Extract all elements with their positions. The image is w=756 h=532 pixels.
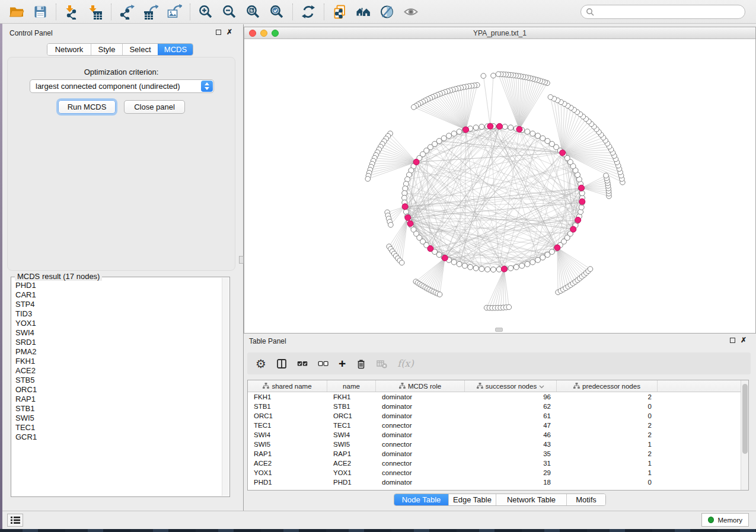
mcds-node[interactable] — [575, 217, 581, 223]
network-canvas[interactable] — [244, 39, 755, 333]
export-table-button[interactable] — [139, 2, 162, 21]
refresh-layout-button[interactable] — [296, 2, 320, 21]
table-row[interactable]: STB1STB1dominator620 — [248, 402, 741, 411]
mcds-node[interactable] — [402, 204, 408, 210]
network-node[interactable] — [604, 173, 609, 178]
table-scrollbar[interactable] — [741, 380, 748, 490]
mcds-node[interactable] — [554, 245, 560, 251]
mcds-node[interactable] — [560, 150, 566, 156]
network-node[interactable] — [491, 73, 496, 78]
network-node[interactable] — [436, 252, 442, 258]
table-row[interactable]: ACE2ACE2connector311 — [248, 459, 741, 468]
save-session-button[interactable] — [28, 2, 52, 21]
close-panel-button[interactable]: Close panel — [124, 100, 185, 114]
export-image-button[interactable] — [162, 2, 186, 21]
table-settings-button[interactable]: ⚙ — [256, 358, 266, 370]
tab-node-table[interactable]: Node Table — [394, 494, 448, 505]
table-row[interactable]: FKH1FKH1dominator962 — [248, 392, 741, 402]
column-header-shared-name[interactable]: shared name — [248, 380, 327, 392]
mcds-node-item[interactable]: ORC1 — [12, 385, 222, 395]
mcds-node[interactable] — [497, 123, 503, 129]
network-node[interactable] — [365, 177, 371, 182]
column-header-predecessor-nodes[interactable]: predecessor nodes — [557, 380, 658, 392]
mcds-node-item[interactable]: PHD1 — [12, 281, 222, 290]
zoom-in-button[interactable] — [194, 2, 218, 21]
network-node[interactable] — [399, 260, 404, 265]
task-history-button[interactable] — [7, 514, 23, 527]
network-hscroll-thumb[interactable] — [495, 328, 503, 332]
network-node[interactable] — [481, 73, 486, 79]
column-header-name[interactable]: name — [327, 380, 376, 392]
search-box[interactable] — [580, 5, 745, 19]
mcds-node[interactable] — [463, 127, 469, 133]
network-node[interactable] — [473, 125, 479, 130]
tab-motifs[interactable]: Motifs — [566, 494, 605, 505]
network-node[interactable] — [441, 136, 446, 141]
network-node[interactable] — [525, 129, 530, 134]
table-row[interactable]: YOX1YOX1connector291 — [248, 468, 741, 477]
show-columns-button[interactable] — [276, 358, 287, 369]
mcds-node-item[interactable]: STB5 — [12, 376, 222, 385]
network-node[interactable] — [588, 267, 593, 272]
mcds-node-item[interactable]: SRD1 — [12, 338, 222, 347]
clone-network-button[interactable] — [328, 2, 352, 21]
network-node[interactable] — [525, 261, 530, 267]
mcds-node-item[interactable]: RAP1 — [12, 395, 222, 404]
network-node[interactable] — [451, 131, 457, 136]
table-row[interactable]: SWI4SWI4dominator462 — [248, 430, 741, 440]
mcds-node[interactable] — [413, 159, 419, 165]
network-node[interactable] — [508, 125, 513, 130]
mcds-node[interactable] — [579, 198, 585, 204]
mcds-node[interactable] — [442, 255, 448, 261]
add-column-button[interactable]: + — [339, 358, 346, 369]
select-all-button[interactable] — [297, 358, 308, 369]
mcds-node-item[interactable]: ACE2 — [12, 366, 222, 376]
deselect-all-button[interactable] — [318, 358, 328, 369]
mcds-node-item[interactable]: TEC1 — [12, 423, 222, 432]
zoom-selected-button[interactable] — [265, 2, 289, 21]
network-node[interactable] — [502, 124, 508, 130]
table-row[interactable]: TEC1TEC1connector472 — [248, 421, 741, 430]
table-row[interactable]: ORC1ORC1dominator610 — [248, 411, 741, 421]
float-table-panel-icon[interactable] — [730, 338, 735, 343]
network-overview-button[interactable] — [352, 2, 375, 21]
import-table-button[interactable] — [84, 2, 107, 21]
mcds-node-item[interactable]: FKH1 — [12, 357, 222, 366]
table-row[interactable]: RAP1RAP1dominator352 — [248, 449, 741, 459]
mcds-node-item[interactable]: STP4 — [12, 300, 222, 309]
mcds-node[interactable] — [516, 126, 522, 132]
zoom-out-button[interactable] — [218, 2, 241, 21]
network-node[interactable] — [535, 133, 541, 139]
import-network-button[interactable] — [60, 2, 84, 21]
mcds-node-item[interactable]: TID3 — [12, 309, 222, 319]
network-node[interactable] — [491, 267, 496, 273]
panel-divider-handle[interactable] — [239, 256, 244, 264]
mcds-node[interactable] — [570, 226, 576, 232]
mcds-node-item[interactable]: SWI4 — [12, 328, 222, 338]
hide-gestalt-button[interactable] — [375, 2, 399, 21]
network-node[interactable] — [508, 265, 513, 271]
network-node[interactable] — [479, 267, 484, 272]
network-node[interactable] — [473, 265, 479, 271]
mcds-node[interactable] — [579, 185, 585, 191]
mcds-node[interactable] — [405, 214, 411, 220]
tab-style[interactable]: Style — [91, 44, 122, 55]
column-header-MCDS-role[interactable]: MCDS role — [376, 380, 465, 392]
network-graph[interactable] — [244, 39, 755, 333]
mcds-node-item[interactable]: CAR1 — [12, 290, 222, 300]
network-node[interactable] — [506, 305, 512, 310]
close-panel-icon[interactable]: ✗ — [227, 30, 232, 35]
network-node[interactable] — [545, 139, 550, 144]
table-row[interactable]: PHD1PHD1dominator180 — [248, 477, 741, 487]
network-node[interactable] — [451, 259, 457, 265]
network-window-titlebar[interactable]: YPA_prune.txt_1 — [244, 27, 755, 39]
network-node[interactable] — [519, 263, 525, 268]
mcds-node[interactable] — [428, 246, 433, 252]
mcds-node-item[interactable]: GCR1 — [12, 432, 222, 442]
tab-edge-table[interactable]: Edge Table — [448, 494, 496, 505]
network-node[interactable] — [540, 136, 546, 141]
criterion-select[interactable]: largest connected component (undirected) — [30, 79, 214, 93]
export-network-button[interactable] — [115, 2, 139, 21]
tab-network-table[interactable]: Network Table — [496, 494, 566, 505]
network-node[interactable] — [485, 267, 490, 272]
